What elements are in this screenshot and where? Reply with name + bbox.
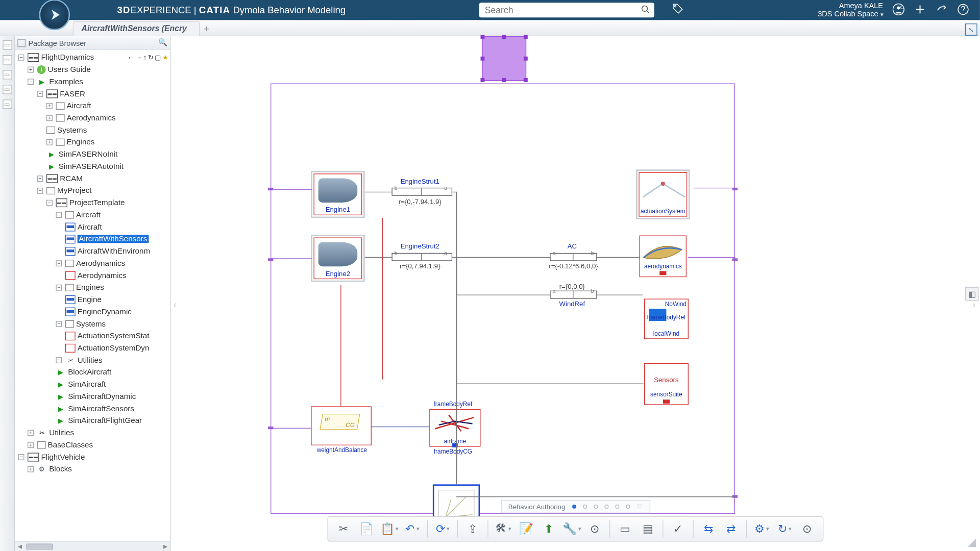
help-icon[interactable]	[957, 3, 969, 17]
cut-button[interactable]: ✂	[333, 519, 354, 539]
app-title: 3DEXPERIENCE | CATIA Dymola Behavior Mod…	[117, 5, 346, 15]
add-icon[interactable]	[914, 3, 926, 17]
dock5-icon[interactable]: ▭	[3, 99, 12, 109]
tool-b-button[interactable]: 📝	[516, 519, 536, 539]
tree-selected: AircraftWithSensors	[78, 235, 149, 243]
svg-point-0	[642, 6, 648, 11]
tool-d-button[interactable]: 🔧	[561, 519, 582, 539]
block-aero[interactable]: aerodynamics	[640, 236, 687, 278]
reload-button[interactable]: ↻	[774, 519, 795, 539]
dock2-icon[interactable]: ▭	[3, 55, 12, 64]
block-actuation[interactable]: actuationSystem	[636, 169, 690, 219]
label-strut2: EngineStrut2	[386, 242, 454, 250]
check-button[interactable]: ✓	[668, 519, 689, 539]
block-nowind[interactable]: NoWind frameBodyRef localWind	[644, 298, 689, 339]
behavior-tabs[interactable]: Behavior Authoring ♡	[501, 500, 650, 513]
connector-windref[interactable]	[550, 291, 597, 299]
next-button[interactable]: ⊙	[797, 519, 818, 539]
refresh-button[interactable]: ⟳	[432, 519, 453, 539]
block-sensors[interactable]: Sensors sensorSuite	[644, 363, 689, 405]
undo-button[interactable]: ↶	[402, 519, 423, 539]
package-tree[interactable]: −FlightDynamics ←→↑↻▢★ +iUsers Guide −▶E…	[15, 50, 170, 541]
search-icon[interactable]	[641, 5, 650, 16]
sim-button[interactable]: ⚙	[751, 519, 772, 539]
block-engine2[interactable]: Engine2	[311, 235, 364, 282]
connector-strut1[interactable]	[391, 188, 452, 196]
label-strut1: EngineStrut1	[386, 178, 454, 185]
svg-point-3	[897, 6, 900, 9]
resize-grip-icon[interactable]	[968, 539, 976, 547]
tool-c-button[interactable]: ⬆	[539, 519, 559, 539]
connector-ac[interactable]	[550, 253, 597, 261]
block-weight[interactable]: m CG	[311, 406, 372, 445]
share-icon[interactable]	[936, 3, 948, 17]
bottom-toolbar: ✂ 📄 📋 ↶ ⟳ ⇪ 🛠 📝 ⬆ 🔧 ⊙ ▭ ▤ ✓ ⇆	[327, 516, 823, 541]
left-dock-rail: ▭ ▭ ▭ ▭ ▭	[0, 36, 15, 551]
selection-box[interactable]	[482, 36, 526, 81]
block-engine1[interactable]: Engine1	[311, 171, 364, 218]
label-ac: AC	[545, 242, 599, 250]
sync1-button[interactable]: ⇆	[698, 519, 719, 539]
sidehandle-left-icon[interactable]: ‹	[170, 294, 180, 314]
user-avatar-icon[interactable]	[892, 3, 904, 17]
copy-button[interactable]: 📄	[356, 519, 377, 539]
layout1-button[interactable]: ▭	[615, 519, 635, 539]
browser-search-icon[interactable]: 🔍	[158, 38, 167, 47]
block-airframe[interactable]: airframe	[429, 409, 480, 447]
dock4-icon[interactable]: ▭	[3, 85, 12, 94]
right-dock-icon[interactable]: ◧	[965, 287, 978, 300]
diagram-canvas[interactable]: Engine1 Engine2 EngineStrut1 ba r={0,-7.…	[271, 84, 735, 514]
svg-point-4	[900, 6, 903, 9]
paste-button[interactable]: 📋	[379, 519, 400, 539]
dock3-icon[interactable]: ▭	[3, 70, 12, 79]
sync2-button[interactable]: ⇄	[721, 519, 742, 539]
package-browser-header: Package Browser 🔍	[15, 36, 170, 49]
svg-point-1	[675, 6, 676, 7]
play-button[interactable]: ⊙	[584, 519, 605, 539]
user-area[interactable]: Ameya KALE 3DS Collab Space ▾	[818, 2, 883, 19]
dock1-icon[interactable]: ▭	[3, 40, 12, 49]
compass-button[interactable]	[39, 0, 70, 30]
search-input[interactable]	[479, 3, 654, 17]
export-button[interactable]: ⇪	[463, 519, 483, 539]
tag-icon[interactable]	[672, 3, 684, 17]
browser-hscroll[interactable]: ◂▸	[15, 541, 170, 551]
collapse-icon[interactable]: ⤡	[965, 23, 977, 36]
tab-add-button[interactable]: +	[200, 22, 213, 36]
layout2-button[interactable]: ▤	[638, 519, 658, 539]
svg-point-6	[661, 182, 665, 186]
connector-strut2[interactable]	[391, 253, 452, 261]
tool-a-button[interactable]: 🛠	[493, 519, 513, 539]
tab-model[interactable]: AircraftWithSensors (Encry	[72, 21, 200, 36]
